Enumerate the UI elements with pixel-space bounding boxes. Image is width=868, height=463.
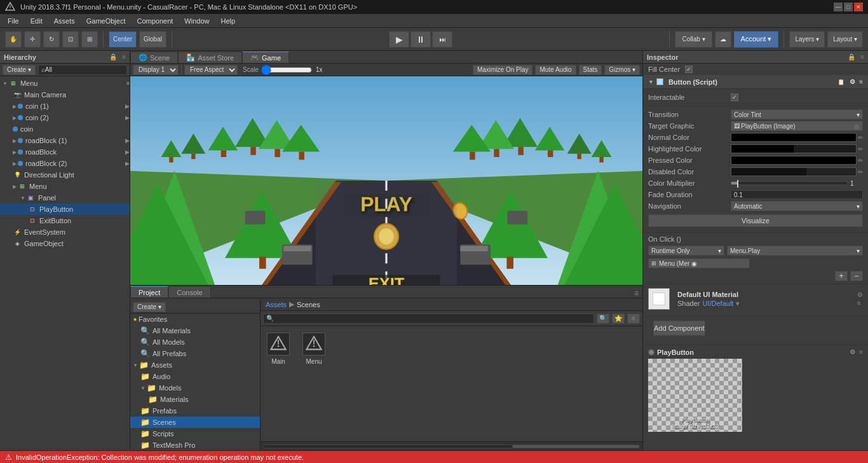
menu-file[interactable]: File (3, 16, 24, 26)
transition-dropdown[interactable]: Color Tint ▾ (731, 109, 863, 120)
project-tree-textmesh[interactable]: 📁 TextMesh Pro (130, 439, 260, 450)
close-btn[interactable]: ✕ (854, 3, 863, 11)
material-menu-icon[interactable]: ≡ (857, 300, 863, 307)
project-tree-scenes[interactable]: 📁 Scenes (130, 417, 260, 428)
fade-duration-input[interactable] (731, 190, 863, 199)
hierarchy-item-eventsystem[interactable]: ⚡ EventSystem (0, 226, 130, 238)
component-enabled-checkbox[interactable]: ✓ (656, 78, 663, 85)
project-search[interactable] (263, 314, 594, 324)
target-graphic-field[interactable]: 🖼 PlayButton (Image) ◎ (731, 121, 863, 131)
hierarchy-item-coin2[interactable]: ▶ coin (2) ▶ (0, 112, 130, 123)
account-button[interactable]: Account ▾ (734, 31, 779, 48)
breadcrumb-assets[interactable]: Assets (266, 301, 287, 308)
project-tree-favorites[interactable]: ★ Favorites (130, 314, 260, 325)
remove-onclick-btn[interactable]: − (850, 271, 863, 281)
project-tree-models[interactable]: ▼ 📁 Models (130, 382, 260, 394)
panel-options-icon[interactable]: ≡ (630, 289, 642, 298)
move-tool[interactable]: ✛ (24, 31, 41, 48)
mute-audio-btn[interactable]: Mute Audio (535, 65, 576, 75)
hierarchy-item-coin[interactable]: coin (0, 123, 130, 135)
scrollbar-thumb[interactable] (512, 445, 639, 448)
hierarchy-item-panel[interactable]: ▼ ▣ Panel (0, 192, 130, 204)
maximize-btn[interactable]: □ (844, 3, 853, 11)
aspect-select[interactable]: Free Aspect (184, 65, 238, 75)
pressed-color-swatch[interactable] (731, 156, 857, 165)
tab-scene[interactable]: 🌐 Scene (130, 52, 178, 63)
scrollbar-track[interactable] (263, 445, 640, 448)
display-select[interactable]: Display 1 (133, 65, 179, 75)
hierarchy-search[interactable] (38, 65, 127, 75)
component-more-icon[interactable]: ≡ (859, 78, 863, 85)
color-multiplier-slider[interactable] (731, 181, 848, 185)
pressed-color-picker[interactable]: ✏ (858, 157, 863, 164)
inspector-menu-icon[interactable]: ≡ (860, 53, 864, 60)
interactable-checkbox[interactable]: ✓ (731, 93, 738, 101)
preview-settings-icon[interactable]: ⚙ (850, 349, 855, 356)
cloud-button[interactable]: ☁ (715, 31, 731, 48)
tab-project[interactable]: Project (130, 286, 168, 298)
rect-tool[interactable]: ⊞ (81, 31, 98, 48)
project-tree-assets[interactable]: ▼ 📁 Assets (130, 359, 260, 371)
add-onclick-btn[interactable]: + (835, 271, 848, 281)
menu-ref-field[interactable]: ⊞ Menu (Mer ◉ (648, 258, 750, 268)
asset-item-main[interactable]: Main (267, 333, 290, 435)
function-dropdown[interactable]: Menu.Play ▾ (727, 245, 863, 256)
project-tree-all-models[interactable]: 🔍 All Models (130, 336, 260, 348)
navigation-dropdown[interactable]: Automatic ▾ (731, 201, 863, 211)
global-toggle[interactable]: Global (139, 31, 166, 48)
center-toggle[interactable]: Center (109, 31, 137, 48)
hierarchy-item-exitbutton[interactable]: ⊡ ExitButton (0, 215, 130, 226)
normal-color-picker[interactable]: ✏ (858, 134, 863, 141)
disabled-color-swatch[interactable] (731, 167, 857, 176)
hierarchy-item-menu[interactable]: ▶ ⊞ Menu (0, 181, 130, 192)
hierarchy-item-roadblock2[interactable]: ▶ roadBlock (2) ▶ (0, 158, 130, 169)
hierarchy-item-dirlight[interactable]: 💡 Directional Light (0, 169, 130, 181)
shader-dropdown-arrow[interactable]: ▾ (736, 300, 740, 308)
filter-btn[interactable]: ≡ (627, 314, 640, 324)
highlighted-color-swatch[interactable] (731, 144, 857, 153)
project-tree-scripts[interactable]: 📁 Scripts (130, 428, 260, 439)
project-tree-audio[interactable]: 📁 Audio (130, 371, 260, 382)
project-scrollbar[interactable] (261, 441, 642, 450)
component-settings-icon[interactable]: ⚙ (850, 78, 855, 85)
gizmos-btn[interactable]: Gizmos ▾ (604, 65, 640, 75)
fill-center-checkbox[interactable]: ✓ (685, 66, 693, 73)
menu-help[interactable]: Help (215, 16, 240, 26)
hierarchy-item-main-camera[interactable]: 📷 Main Camera (0, 89, 130, 100)
menu-edit[interactable]: Edit (25, 16, 48, 26)
pause-button[interactable]: ⏸ (410, 31, 431, 48)
hierarchy-menu-icon[interactable]: ≡ (122, 53, 126, 60)
hierarchy-item-coin1[interactable]: ▶ coin (1) ▶ (0, 100, 130, 112)
hierarchy-item-roadblock[interactable]: ▶ roadBlock ▶ (0, 146, 130, 158)
search-btn[interactable]: 🔍 (597, 314, 609, 324)
play-button[interactable]: ▶ (389, 31, 409, 48)
material-swatch[interactable] (648, 288, 670, 310)
preview-menu-icon[interactable]: ≡ (859, 349, 863, 356)
hierarchy-item-gameobject[interactable]: ◈ GameObject (0, 238, 130, 249)
step-button[interactable]: ⏭ (432, 31, 452, 48)
project-tree-materials[interactable]: 📁 Materials (130, 394, 260, 405)
hand-tool[interactable]: ✋ (5, 31, 22, 48)
runtime-dropdown[interactable]: Runtime Only ▾ (648, 245, 724, 256)
project-tree-prefabs[interactable]: 📁 Prefabs (130, 405, 260, 417)
project-tree-all-materials[interactable]: 🔍 All Materials (130, 325, 260, 336)
component-collapse-icon[interactable]: ▼ (648, 79, 654, 85)
hierarchy-item-menu-root[interactable]: ▼ ⊞ Menu ≡ (0, 78, 130, 89)
layers-button[interactable]: Layers ▾ (789, 31, 825, 48)
scale-tool[interactable]: ⊡ (62, 31, 79, 48)
tab-game[interactable]: 🎮 Game (242, 52, 289, 63)
rotate-tool[interactable]: ↻ (43, 31, 60, 48)
maximize-on-play-btn[interactable]: Maximize On Play (473, 65, 533, 75)
disabled-color-picker[interactable]: ✏ (858, 169, 863, 176)
tab-console[interactable]: Console (168, 286, 210, 298)
menu-gameobject[interactable]: GameObject (81, 16, 131, 26)
hierarchy-lock-icon[interactable]: 🔒 (109, 53, 117, 60)
tab-asset-store[interactable]: 🏪 Asset Store (178, 52, 242, 63)
scale-slider[interactable] (261, 67, 312, 73)
target-graphic-picker[interactable]: ◎ (854, 123, 860, 130)
material-settings-icon[interactable]: ⚙ (857, 291, 863, 298)
star-btn[interactable]: ⭐ (612, 314, 625, 324)
add-component-btn[interactable]: Add Component (653, 321, 705, 336)
visualize-button[interactable]: Visualize (648, 214, 863, 227)
normal-color-swatch[interactable] (731, 133, 857, 142)
